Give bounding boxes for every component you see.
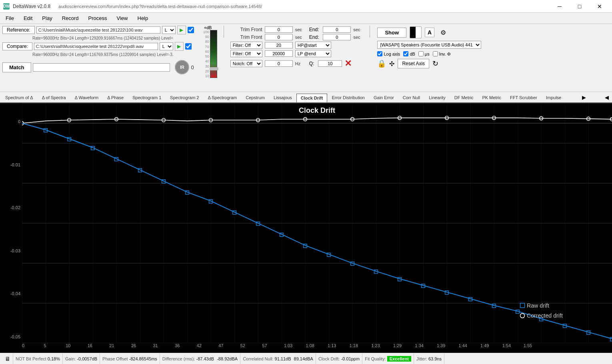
x-tick-123: 1:23 [371, 343, 380, 348]
close-button[interactable]: ✕ [590, 0, 609, 13]
y-tick-004: -0.04 [2, 291, 20, 296]
db-knob[interactable] [210, 67, 218, 70]
trim-front-row: Trim Front sec End: sec [230, 26, 364, 33]
corr2-value: 89.14dBA [294, 356, 313, 361]
log-axis-option[interactable]: Log axis [377, 51, 400, 56]
filter2-select[interactable]: Filter: OffFilter: On [230, 50, 262, 57]
trim-front2-input[interactable] [265, 34, 293, 40]
reference-checkbox[interactable] [188, 27, 194, 33]
filter2-input[interactable] [265, 50, 293, 57]
tab-df-metric[interactable]: DF Metric [450, 93, 478, 102]
bit-perfect-value: 0.18% [48, 356, 60, 361]
fit-value: Excellent [387, 356, 411, 362]
raw-legend-label: Raw drift [527, 302, 549, 309]
hz-unit: Hz [295, 61, 305, 66]
end2-label: End: [309, 34, 319, 40]
sync-icon[interactable]: ↻ [432, 59, 438, 68]
tab-delta-phase[interactable]: Δ Phase [103, 93, 128, 102]
maximize-button[interactable]: □ [570, 0, 589, 13]
menu-edit[interactable]: Edit [20, 14, 36, 23]
ir-button[interactable]: IR [175, 60, 189, 74]
trim-front-input[interactable] [265, 26, 293, 33]
tab-clock-drift[interactable]: Clock Drift [296, 94, 328, 103]
notch-select[interactable]: Notch: OffNotch: On [230, 60, 262, 67]
reset-axis-button[interactable]: Reset Axis [398, 59, 429, 68]
compare-channel-select[interactable]: LR [160, 42, 173, 50]
tab-linearity[interactable]: Linearity [424, 93, 450, 102]
params-section: Trim Front sec End: sec Trim Front sec E… [228, 26, 366, 70]
tab-delta-spectra[interactable]: Δ of Spectra [38, 93, 70, 102]
filter1-input[interactable] [265, 42, 293, 48]
tab-spectrogram1[interactable]: Spectrogram 1 [128, 93, 166, 102]
minimize-button[interactable]: ─ [550, 0, 569, 13]
tab-pk-metric[interactable]: PK Metric [478, 93, 506, 102]
tab-scroll-right[interactable]: ▶ [580, 93, 588, 102]
a-button[interactable]: A [425, 28, 434, 37]
compare-path-input[interactable] [34, 43, 158, 50]
divider1 [224, 26, 224, 38]
lock-icon[interactable]: 🔒 [377, 59, 386, 68]
compare-play-button[interactable]: ▶ [175, 42, 184, 51]
log-axis-checkbox[interactable] [377, 51, 382, 56]
settings-icon[interactable]: ⚙ [438, 27, 449, 38]
tab-lissajous[interactable]: Lissajous [269, 93, 296, 102]
tab-delta-waveform[interactable]: Δ Waveform [70, 93, 103, 102]
tab-spectrum-delta[interactable]: Spectrum of Δ [1, 93, 38, 102]
menu-play[interactable]: Play [38, 14, 56, 23]
mu-checkbox[interactable] [418, 51, 424, 56]
x-tick-21: 21 [109, 343, 114, 348]
window-controls[interactable]: ─ □ ✕ [550, 0, 609, 13]
tab-gain-error[interactable]: Gain Error [369, 93, 398, 102]
inv-checkbox[interactable] [433, 51, 438, 56]
inv-option[interactable]: Inv. Φ [433, 51, 451, 56]
menu-view[interactable]: View [113, 14, 132, 23]
y-axis: 0 -0.01 -0.02 -0.03 -0.04 -0.05 [0, 103, 22, 343]
tab-cepstrum[interactable]: Cepstrum [241, 93, 269, 102]
menu-process[interactable]: Process [84, 14, 111, 23]
reference-play-button[interactable]: ▶ [177, 26, 186, 34]
tab-spectrogram2[interactable]: Spectrogram 2 [166, 93, 203, 102]
corrected-legend-label: Corrected drift [527, 312, 563, 318]
menu-record[interactable]: Record [58, 14, 83, 23]
db-option[interactable]: dB [403, 51, 415, 56]
menu-help[interactable]: Help [134, 14, 152, 23]
compass-icon[interactable]: ✣ [389, 60, 394, 68]
match-input[interactable] [33, 63, 170, 72]
phase-item: Phase Offset -824.86545ms [100, 353, 160, 364]
tab-error-dist[interactable]: Error Distribution [327, 93, 369, 102]
show-button[interactable]: Show [377, 28, 406, 38]
x-tick-57: 57 [262, 343, 267, 348]
x-tick-16: 16 [88, 343, 92, 348]
corr-label: Correlated Null: [243, 356, 273, 361]
x-tick-26: 26 [131, 343, 136, 348]
mu-option[interactable]: μs [418, 51, 430, 56]
lp-select[interactable]: LP @endLP @start [295, 50, 331, 57]
reference-channel-select[interactable]: LR [162, 26, 176, 34]
corr-value: 91.11dB [275, 356, 291, 361]
output-device-select[interactable]: [WASAPI] Speakers (Focusrite USB Audio) … [377, 41, 481, 49]
reference-path-input[interactable] [36, 26, 160, 34]
db-checkbox[interactable] [403, 51, 408, 56]
jitter-label: Jitter: [416, 356, 427, 361]
notch-hz-input[interactable] [265, 60, 293, 67]
reference-label[interactable]: Reference: [2, 26, 35, 34]
trim-end-input[interactable] [323, 26, 351, 33]
match-button[interactable]: Match [2, 62, 31, 72]
filter1-select[interactable]: Filter: OffFilter: On [230, 42, 262, 49]
tab-impulse[interactable]: Impulse [542, 93, 566, 102]
tab-scroll-left[interactable]: ◀ [602, 93, 611, 102]
menu-file[interactable]: File [2, 14, 18, 23]
notch-clear-icon[interactable]: ✕ [344, 58, 352, 69]
tab-delta-spectrogram[interactable]: Δ Spectrogram [203, 93, 241, 102]
compare-checkbox[interactable] [185, 43, 192, 50]
trim-front2-label: Trim Front [230, 34, 262, 40]
notch-q-input[interactable] [318, 60, 342, 67]
compare-label[interactable]: Compare: [2, 42, 32, 50]
tab-corr-null[interactable]: Corr Null [398, 93, 424, 102]
trim-end2-input[interactable] [323, 34, 351, 40]
diff-item: Difference (rms): -87.43dB -88.92dBA [160, 353, 240, 364]
brightness-icon[interactable] [410, 26, 422, 38]
fit-item: Fit Quality: Excellent [362, 353, 414, 364]
tab-fft-scrubber[interactable]: FFT Scrubber [506, 93, 542, 102]
hp-select[interactable]: HP@startHP@end [295, 42, 331, 49]
